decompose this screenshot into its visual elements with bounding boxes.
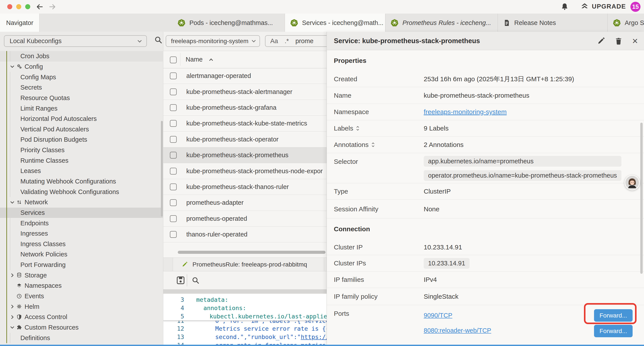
property-value[interactable]: 9 Labels xyxy=(424,125,448,132)
table-row[interactable]: kube-prometheus-stack-alertmanager xyxy=(163,84,326,100)
name-column-header[interactable]: Name xyxy=(186,51,202,68)
sort-ascending-icon[interactable] xyxy=(208,57,214,63)
row-checkbox[interactable] xyxy=(170,104,177,111)
sidebar-item-network[interactable]: Network xyxy=(0,197,163,208)
sidebar-item-access-control[interactable]: Access Control xyxy=(0,312,163,322)
navigator-panel-tab[interactable]: Navigator xyxy=(0,13,40,32)
row-checkbox[interactable] xyxy=(170,152,177,159)
sidebar-item-config-maps[interactable]: Config Maps xyxy=(0,72,163,82)
sidebar-item-storage[interactable]: Storage xyxy=(0,270,163,281)
property-value[interactable]: 2 Annotations xyxy=(424,141,464,148)
expand-collapse-icon[interactable] xyxy=(371,141,375,148)
regex-toggle[interactable]: .* xyxy=(284,37,289,45)
table-row[interactable]: alertmanager-operated xyxy=(163,68,326,84)
tab-prometheus-rules[interactable]: Prometheus Rules - icecheng... xyxy=(385,13,498,32)
sidebar-item-cron-jobs[interactable]: Cron Jobs xyxy=(0,51,163,61)
tab-services[interactable]: Services - icecheng@math... × xyxy=(285,13,385,32)
close-panel-icon[interactable]: × xyxy=(632,37,638,45)
chevron-down-icon[interactable] xyxy=(10,325,15,330)
chevron-right-icon[interactable] xyxy=(10,315,15,320)
sidebar-item-endpoints[interactable]: Endpoints xyxy=(0,218,163,228)
table-row[interactable]: thanos-ruler-operated xyxy=(163,227,326,242)
notification-count-badge[interactable]: 15 xyxy=(630,2,640,12)
sidebar-item-helm[interactable]: Helm xyxy=(0,301,163,312)
minimize-window-button[interactable] xyxy=(16,4,21,9)
edit-pencil-icon[interactable] xyxy=(597,37,605,45)
sidebar-item-leases[interactable]: Leases xyxy=(0,166,163,176)
forward-arrow-icon[interactable] xyxy=(48,3,56,11)
expand-collapse-icon[interactable] xyxy=(356,125,360,132)
back-arrow-icon[interactable] xyxy=(36,3,44,11)
row-checkbox[interactable] xyxy=(170,136,177,143)
namespace-select[interactable]: freeleaps-monitoring-system xyxy=(166,35,260,47)
close-window-button[interactable] xyxy=(7,4,12,9)
table-row[interactable]: kube-prometheus-stack-operator xyxy=(163,132,326,147)
tab-argo[interactable]: Argo Se xyxy=(608,13,644,32)
sidebar-item-network-policies[interactable]: Network Policies xyxy=(0,249,163,260)
port-link[interactable]: 8080:reloader-web/TCP xyxy=(424,326,491,335)
sidebar-item-services[interactable]: Services xyxy=(0,208,163,218)
horizontal-scrollbar[interactable] xyxy=(178,251,326,254)
tab-pods[interactable]: Pods - icecheng@mathmas... xyxy=(172,13,285,32)
kubeconfig-select[interactable]: Local Kubeconfigs xyxy=(4,35,147,47)
editor-tab-next[interactable] xyxy=(324,258,326,271)
table-row[interactable]: kube-prometheus-stack-kube-state-metrics xyxy=(163,116,326,131)
upgrade-button[interactable]: UPGRADE xyxy=(580,2,626,10)
chevron-down-icon[interactable] xyxy=(10,64,15,69)
sidebar-search-icon[interactable] xyxy=(154,35,163,44)
sidebar-item-events[interactable]: Events xyxy=(0,291,163,302)
match-case-toggle[interactable]: Aa xyxy=(270,37,278,45)
chevron-down-icon[interactable] xyxy=(10,200,15,205)
table-row[interactable]: kube-prometheus-stack-grafana xyxy=(163,100,326,116)
sidebar-item-port-forwarding[interactable]: Port Forwarding xyxy=(0,260,163,270)
chevron-right-icon[interactable] xyxy=(10,273,15,278)
forward-port-button[interactable]: Forward... xyxy=(594,325,632,337)
sidebar-item-config[interactable]: Config xyxy=(0,61,163,72)
sidebar-item-custom-resources[interactable]: Custom Resources xyxy=(0,322,163,333)
editor-tab-prometheusrule[interactable]: PrometheusRule: freeleaps-prod-rabbitmq xyxy=(173,258,326,271)
sidebar-item-runtime-classes[interactable]: Runtime Classes xyxy=(0,155,163,166)
notifications-bell-icon[interactable] xyxy=(561,3,568,10)
chevron-right-icon[interactable] xyxy=(10,304,15,309)
row-checkbox[interactable] xyxy=(170,120,177,127)
maximize-window-button[interactable] xyxy=(25,4,30,9)
save-icon[interactable] xyxy=(176,276,186,285)
sidebar-scrollbar[interactable] xyxy=(161,121,163,217)
sidebar-item-pod-disruption-budgets[interactable]: Pod Disruption Budgets xyxy=(0,134,163,145)
sidebar-item-secrets[interactable]: Secrets xyxy=(0,82,163,93)
row-checkbox[interactable] xyxy=(170,88,177,95)
sidebar-item-ingresses[interactable]: Ingresses xyxy=(0,228,163,239)
filter-input[interactable]: Aa .* prome xyxy=(265,35,326,47)
row-checkbox[interactable] xyxy=(170,231,177,238)
sidebar-item-validating-webhook-configurations[interactable]: Validating Webhook Configurations xyxy=(0,187,163,197)
select-all-checkbox[interactable] xyxy=(170,56,177,63)
user-avatar[interactable] xyxy=(624,175,640,190)
port-link[interactable]: 9090/TCP xyxy=(424,311,491,320)
table-row[interactable]: prometheus-adapter xyxy=(163,195,326,211)
yaml-editor[interactable]: 3metadata: 4annotations: 5kubectl.kubern… xyxy=(163,294,326,346)
sidebar-item-vertical-pod-autoscalers[interactable]: Vertical Pod Autoscalers xyxy=(0,124,163,134)
delete-trash-icon[interactable] xyxy=(615,37,622,45)
sidebar-item-horizontal-pod-autoscalers[interactable]: Horizontal Pod Autoscalers xyxy=(0,114,163,124)
sidebar-item-resource-quotas[interactable]: Resource Quotas xyxy=(0,93,163,103)
sidebar-item-mutating-webhook-configurations[interactable]: Mutating Webhook Configurations xyxy=(0,176,163,187)
sidebar-item-definitions[interactable]: Definitions xyxy=(0,333,163,343)
table-row[interactable]: kube-prometheus-stack-thanos-ruler xyxy=(163,179,326,195)
namespace-link[interactable]: freeleaps-monitoring-system xyxy=(424,108,506,116)
tab-release-notes[interactable]: Release Notes xyxy=(498,13,608,32)
runbook-url-link[interactable]: https://net xyxy=(301,334,326,340)
row-checkbox[interactable] xyxy=(170,215,177,222)
editor-search-icon[interactable] xyxy=(191,276,200,285)
table-row[interactable]: kube-prometheus-stack-prometheus xyxy=(163,147,326,163)
sidebar-item-ingress-classes[interactable]: Ingress Classes xyxy=(0,239,163,249)
detail-scrollbar[interactable] xyxy=(640,123,643,274)
table-row[interactable]: kube-prometheus-stack-prometheus-node-ex… xyxy=(163,163,326,179)
row-checkbox[interactable] xyxy=(170,199,177,206)
sidebar-item-limit-ranges[interactable]: Limit Ranges xyxy=(0,103,163,114)
sidebar-item-namespaces[interactable]: Namespaces xyxy=(0,281,163,291)
sidebar-item-priority-classes[interactable]: Priority Classes xyxy=(0,145,163,155)
row-checkbox[interactable] xyxy=(170,72,177,79)
row-checkbox[interactable] xyxy=(170,168,177,175)
editor-scroll-strip[interactable] xyxy=(163,289,326,294)
row-checkbox[interactable] xyxy=(170,184,177,190)
